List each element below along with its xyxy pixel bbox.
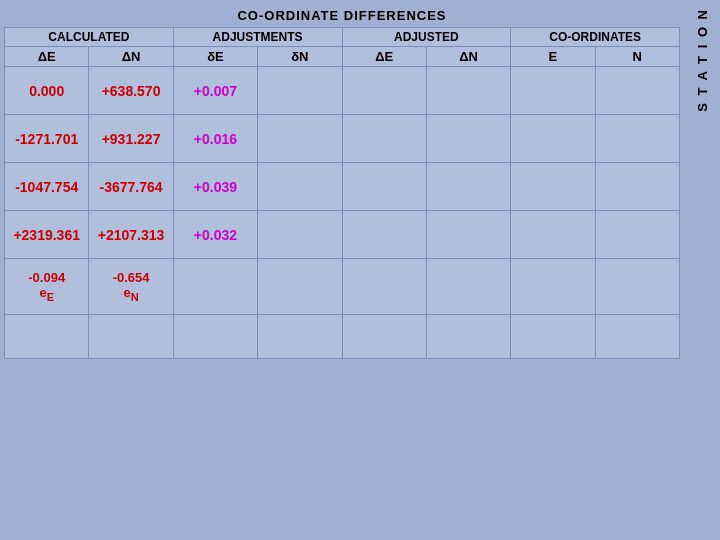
error-res-e — [342, 259, 426, 315]
row2-adj-n — [258, 115, 342, 163]
error-co-e — [511, 259, 595, 315]
error-adj-e — [173, 259, 257, 315]
sub-delta-n3: ΔN — [426, 47, 510, 67]
row4-calc-n: +2107.313 — [89, 211, 173, 259]
row4-adj-e: +0.032 — [173, 211, 257, 259]
row4-calc-e: +2319.361 — [5, 211, 89, 259]
main-title: CO-ORDINATE DIFFERENCES — [4, 8, 680, 23]
co-ordinates-header: CO-ORDINATES — [511, 28, 680, 47]
bottom-4 — [258, 315, 342, 359]
row3-calc-e: -1047.754 — [5, 163, 89, 211]
bottom-8 — [595, 315, 679, 359]
row1-co-n — [595, 67, 679, 115]
row3-res-n — [426, 163, 510, 211]
row3-calc-n: -3677.764 — [89, 163, 173, 211]
error-e: -0.094 eE — [5, 259, 89, 315]
sub-n: N — [595, 47, 679, 67]
bottom-7 — [511, 315, 595, 359]
row4-adj-n — [258, 211, 342, 259]
bottom-5 — [342, 315, 426, 359]
row2-co-e — [511, 115, 595, 163]
row3-res-e — [342, 163, 426, 211]
row2-res-n — [426, 115, 510, 163]
bottom-3 — [173, 315, 257, 359]
error-adj-n — [258, 259, 342, 315]
row1-res-n — [426, 67, 510, 115]
error-n: -0.654 eN — [89, 259, 173, 315]
bottom-6 — [426, 315, 510, 359]
data-table: CALCULATED ADJUSTMENTS ADJUSTED CO-ORDIN… — [4, 27, 680, 359]
station-label: S T A T I O N — [695, 8, 710, 122]
table-row: -1271.701 +931.227 +0.016 — [5, 115, 680, 163]
error-co-n — [595, 259, 679, 315]
main-container: CO-ORDINATE DIFFERENCES CALCULATED ADJUS… — [0, 0, 720, 540]
row1-co-e — [511, 67, 595, 115]
row2-calc-e: -1271.701 — [5, 115, 89, 163]
bottom-empty-row — [5, 315, 680, 359]
table-section: CO-ORDINATE DIFFERENCES CALCULATED ADJUS… — [0, 0, 684, 540]
row1-adj-n — [258, 67, 342, 115]
row1-calc-e: 0.000 — [5, 67, 89, 115]
sub-delta-e2: δE — [173, 47, 257, 67]
calculated-header: CALCULATED — [5, 28, 174, 47]
row2-calc-n: +931.227 — [89, 115, 173, 163]
header-group-row: CALCULATED ADJUSTMENTS ADJUSTED CO-ORDIN… — [5, 28, 680, 47]
row2-adj-e: +0.016 — [173, 115, 257, 163]
row3-co-e — [511, 163, 595, 211]
row4-co-n — [595, 211, 679, 259]
sub-delta-e3: ΔE — [342, 47, 426, 67]
sub-delta-n2: δN — [258, 47, 342, 67]
row3-co-n — [595, 163, 679, 211]
adjusted-header: ADJUSTED — [342, 28, 511, 47]
bottom-2 — [89, 315, 173, 359]
table-row: 0.000 +638.570 +0.007 — [5, 67, 680, 115]
row1-calc-n: +638.570 — [89, 67, 173, 115]
row1-adj-e: +0.007 — [173, 67, 257, 115]
sub-delta-e: ΔE — [5, 47, 89, 67]
adjustments-header: ADJUSTMENTS — [173, 28, 342, 47]
row4-co-e — [511, 211, 595, 259]
subheader-row: ΔE ΔN δE δN ΔE ΔN E N — [5, 47, 680, 67]
error-res-n — [426, 259, 510, 315]
row3-adj-e: +0.039 — [173, 163, 257, 211]
table-row: -1047.754 -3677.764 +0.039 — [5, 163, 680, 211]
row3-adj-n — [258, 163, 342, 211]
table-row: +2319.361 +2107.313 +0.032 — [5, 211, 680, 259]
row1-res-e — [342, 67, 426, 115]
error-row: -0.094 eE -0.654 eN — [5, 259, 680, 315]
sub-delta-n: ΔN — [89, 47, 173, 67]
station-section: S T A T I O N — [684, 0, 720, 540]
sub-e: E — [511, 47, 595, 67]
row4-res-n — [426, 211, 510, 259]
row4-res-e — [342, 211, 426, 259]
bottom-1 — [5, 315, 89, 359]
row2-co-n — [595, 115, 679, 163]
row2-res-e — [342, 115, 426, 163]
